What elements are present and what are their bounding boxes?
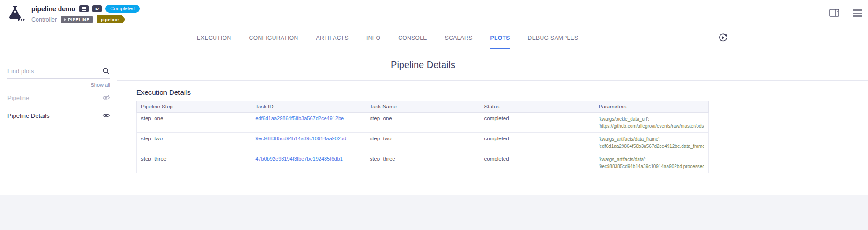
col-parameters: Parameters [594,101,708,113]
tab-plots[interactable]: PLOTS [490,27,510,49]
search-icon[interactable] [102,67,110,75]
cell-step: step_two [137,133,251,153]
table-row: step_three 47b0b92e98194f3fbe7be192485f6… [137,153,709,173]
col-task-name: Task Name [365,101,480,113]
chevron-right-icon [64,18,66,21]
execution-details-table: Pipeline Step Task ID Task Name Status P… [136,101,709,173]
task-title-block: pipeline demo ID Completed Controller PI… [31,5,140,23]
cell-status: completed [480,153,594,173]
sidebar-item-label: Pipeline Details [7,112,50,119]
auto-refresh-icon[interactable] [718,33,728,45]
col-status: Status [480,101,594,113]
type-badge-label: PIPELINE [68,17,89,22]
task-id-link[interactable]: 9ec988385cd94b14a39c10914aa902bd [255,136,346,141]
tab-execution[interactable]: EXECUTION [197,27,231,49]
tab-configuration[interactable]: CONFIGURATION [249,27,298,49]
search-input[interactable] [7,68,102,75]
sidebar-item-pipeline-details[interactable]: Pipeline Details [7,107,110,123]
eye-off-icon[interactable] [102,94,110,101]
param-value: 'https://github.com/allegroai/events/raw… [599,123,704,130]
param-key: 'kwargs_artifacts/data': [599,156,704,163]
param-key: 'kwargs/pickle_data_url': [599,115,704,123]
tab-debug-samples[interactable]: DEBUG SAMPLES [528,27,579,49]
output-icon[interactable] [79,5,89,12]
plot-search [7,67,110,79]
details-panel-icon[interactable] [829,9,839,17]
plot-title: Pipeline Details [117,49,729,80]
cell-step: step_one [137,113,251,133]
task-subtitle: Controller [31,16,57,23]
app-header: pipeline demo ID Completed Controller PI… [0,0,868,27]
param-value: 'edf6d1aa29864f58b3a567d2ce4912be.data_f… [599,143,704,150]
cell-task-name: step_three [365,153,480,173]
clearml-logo-icon[interactable] [5,3,27,23]
cell-parameters: 'kwargs/pickle_data_url': 'https://githu… [594,113,708,133]
cell-parameters: 'kwargs_artifacts/data': '9ec988385cd94b… [594,153,708,173]
task-id-link[interactable]: edf6d1aa29864f58b3a567d2ce4912be [255,115,344,121]
type-badge: PIPELINE [61,16,93,23]
section-title: Execution Details [136,88,868,96]
cell-step: step_three [137,153,251,173]
col-task-id: Task ID [251,101,365,113]
task-id-link[interactable]: 47b0b92e98194f3fbe7be192485f6db1 [255,156,343,161]
cell-task-name: step_one [365,113,480,133]
id-badge[interactable]: ID [92,5,102,12]
cell-status: completed [480,113,594,133]
plots-panel: Pipeline Details Execution Details Pipel… [117,49,868,195]
plots-sidebar: Show all Pipeline Pipeline Details [0,49,117,195]
show-all-link[interactable]: Show all [7,82,110,88]
table-row: step_two 9ec988385cd94b14a39c10914aa902b… [137,133,709,153]
table-row: step_one edf6d1aa29864f58b3a567d2ce4912b… [137,113,709,133]
eye-icon[interactable] [102,112,110,119]
plot-card-header: Pipeline Details [117,49,868,81]
cell-status: completed [480,133,594,153]
table-header-row: Pipeline Step Task ID Task Name Status P… [137,101,709,113]
cell-parameters: 'kwargs_artifacts/data_frame': 'edf6d1aa… [594,133,708,153]
execution-details-section: Execution Details Pipeline Step Task ID … [136,88,868,173]
tab-artifacts[interactable]: ARTIFACTS [316,27,349,49]
task-title: pipeline demo [31,5,75,13]
cell-task-name: step_two [365,133,480,153]
sidebar-item-pipeline[interactable]: Pipeline [7,90,110,106]
tab-console[interactable]: CONSOLE [398,27,427,49]
param-key: 'kwargs_artifacts/data_frame': [599,136,704,143]
tab-info[interactable]: INFO [366,27,380,49]
menu-icon[interactable] [852,8,863,18]
sidebar-item-label: Pipeline [7,94,29,101]
tab-scalars[interactable]: SCALARS [445,27,473,49]
tag-badge: pipeline [97,15,125,23]
text-lines-icon [82,7,86,11]
param-value: '9ec988385cd94b14a39c10914aa902bd.proces… [599,163,704,170]
tab-bar: EXECUTION CONFIGURATION ARTIFACTS INFO C… [0,27,868,49]
status-badge: Completed [105,5,140,13]
col-pipeline-step: Pipeline Step [137,101,251,113]
